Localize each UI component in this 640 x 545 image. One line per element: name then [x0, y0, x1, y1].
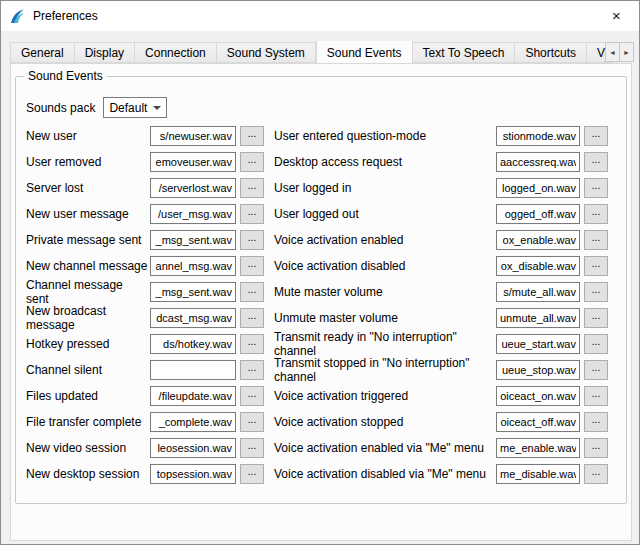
sound-event-row: User logged out... — [274, 201, 608, 227]
sound-file-input[interactable] — [496, 282, 580, 302]
browse-button[interactable]: ... — [584, 334, 608, 354]
sound-file-input[interactable] — [150, 334, 236, 354]
sound-file-input[interactable] — [496, 126, 580, 146]
sound-event-label: New user — [26, 129, 150, 143]
sound-event-row: File transfer complete... — [26, 409, 264, 435]
sounds-pack-select[interactable]: Default — [103, 97, 167, 118]
browse-button[interactable]: ... — [240, 360, 264, 380]
sound-event-label: Desktop access request — [274, 155, 496, 169]
sound-file-input[interactable] — [496, 256, 580, 276]
sound-event-row: User logged in... — [274, 175, 608, 201]
sound-event-row: Private message sent... — [26, 227, 264, 253]
browse-button[interactable]: ... — [240, 230, 264, 250]
sound-event-row: Files updated... — [26, 383, 264, 409]
sound-event-label: New desktop session — [26, 467, 150, 481]
browse-button[interactable]: ... — [240, 412, 264, 432]
sound-file-input[interactable] — [496, 464, 580, 484]
sound-event-row: New desktop session... — [26, 461, 264, 487]
browse-button[interactable]: ... — [584, 360, 608, 380]
sounds-pack-value: Default — [109, 101, 147, 115]
sound-event-label: Channel silent — [26, 363, 150, 377]
sound-file-input[interactable] — [150, 412, 236, 432]
close-button[interactable]: × — [594, 1, 639, 30]
sound-event-row: User removed... — [26, 149, 264, 175]
tab-connection[interactable]: Connection — [135, 42, 217, 63]
sound-file-input[interactable] — [150, 126, 236, 146]
sound-file-input[interactable] — [150, 282, 236, 302]
sound-file-input[interactable] — [496, 230, 580, 250]
preferences-dialog: Preferences × GeneralDisplayConnectionSo… — [0, 0, 640, 545]
tab-sound-system[interactable]: Sound System — [217, 42, 316, 63]
sound-event-row: New broadcast message... — [26, 305, 264, 331]
sound-events-column-right: User entered question-mode...Desktop acc… — [274, 123, 608, 487]
browse-button[interactable]: ... — [584, 126, 608, 146]
sound-file-input[interactable] — [496, 178, 580, 198]
browse-button[interactable]: ... — [240, 178, 264, 198]
browse-button[interactable]: ... — [584, 152, 608, 172]
sound-event-label: File transfer complete — [26, 415, 150, 429]
sound-event-row: Voice activation disabled via "Me" menu.… — [274, 461, 608, 487]
sound-file-input[interactable] — [150, 256, 236, 276]
sound-event-row: Voice activation enabled... — [274, 227, 608, 253]
sound-event-label: Voice activation disabled via "Me" menu — [274, 467, 496, 481]
sound-event-row: Desktop access request... — [274, 149, 608, 175]
browse-button[interactable]: ... — [240, 438, 264, 458]
sound-event-label: Server lost — [26, 181, 150, 195]
browse-button[interactable]: ... — [240, 152, 264, 172]
tab-text-to-speech[interactable]: Text To Speech — [413, 42, 516, 63]
browse-button[interactable]: ... — [240, 464, 264, 484]
sound-file-input[interactable] — [496, 334, 580, 354]
sound-event-row: New user... — [26, 123, 264, 149]
browse-button[interactable]: ... — [584, 464, 608, 484]
browse-button[interactable]: ... — [240, 204, 264, 224]
title-bar[interactable]: Preferences × — [1, 1, 639, 31]
browse-button[interactable]: ... — [240, 308, 264, 328]
browse-button[interactable]: ... — [240, 386, 264, 406]
browse-button[interactable]: ... — [584, 308, 608, 328]
sound-event-label: Channel message sent — [26, 278, 150, 306]
sound-event-label: Voice activation disabled — [274, 259, 496, 273]
tab-display[interactable]: Display — [75, 42, 135, 63]
browse-button[interactable]: ... — [240, 282, 264, 302]
tab-shortcuts[interactable]: Shortcuts — [515, 42, 587, 63]
browse-button[interactable]: ... — [584, 386, 608, 406]
sound-file-input[interactable] — [496, 412, 580, 432]
sound-file-input[interactable] — [496, 204, 580, 224]
browse-button[interactable]: ... — [584, 438, 608, 458]
sounds-pack-row: Sounds pack Default — [26, 97, 167, 118]
tab-general[interactable]: General — [10, 42, 75, 63]
sound-event-row: Unmute master volume... — [274, 305, 608, 331]
browse-button[interactable]: ... — [584, 282, 608, 302]
sound-file-input[interactable] — [150, 360, 236, 380]
sound-file-input[interactable] — [496, 308, 580, 328]
sound-file-input[interactable] — [496, 360, 580, 380]
browse-button[interactable]: ... — [240, 334, 264, 354]
browse-button[interactable]: ... — [584, 204, 608, 224]
sound-file-input[interactable] — [496, 152, 580, 172]
sound-event-label: Voice activation triggered — [274, 389, 496, 403]
browse-button[interactable]: ... — [584, 178, 608, 198]
sound-file-input[interactable] — [150, 178, 236, 198]
sound-event-label: New channel message — [26, 259, 150, 273]
browse-button[interactable]: ... — [584, 412, 608, 432]
sound-file-input[interactable] — [150, 230, 236, 250]
sound-event-row: New user message... — [26, 201, 264, 227]
browse-button[interactable]: ... — [240, 256, 264, 276]
tab-sound-events[interactable]: Sound Events — [316, 41, 413, 63]
sound-file-input[interactable] — [150, 152, 236, 172]
sound-file-input[interactable] — [150, 386, 236, 406]
browse-button[interactable]: ... — [584, 230, 608, 250]
tab-scroll-left-button[interactable]: ◄ — [605, 42, 620, 62]
sound-event-label: New broadcast message — [26, 304, 150, 332]
sound-file-input[interactable] — [150, 438, 236, 458]
sound-file-input[interactable] — [150, 204, 236, 224]
sound-file-input[interactable] — [496, 438, 580, 458]
sound-event-row: Transmit ready in "No interruption" chan… — [274, 331, 608, 357]
tab-scroll-right-button[interactable]: ► — [619, 42, 634, 62]
sound-file-input[interactable] — [150, 464, 236, 484]
browse-button[interactable]: ... — [240, 126, 264, 146]
sound-file-input[interactable] — [496, 386, 580, 406]
sound-file-input[interactable] — [150, 308, 236, 328]
browse-button[interactable]: ... — [584, 256, 608, 276]
sound-event-label: New video session — [26, 441, 150, 455]
